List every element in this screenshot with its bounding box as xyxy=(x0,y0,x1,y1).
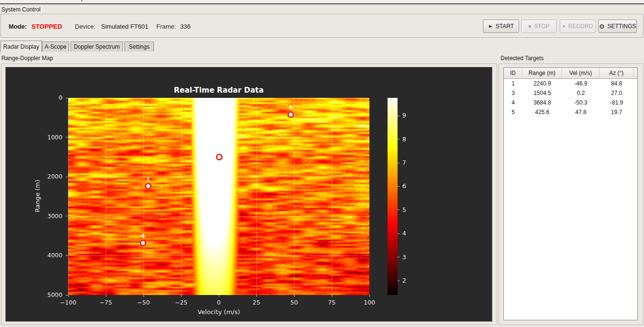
tab-radar-display[interactable]: Radar Display xyxy=(0,41,42,52)
menu-help[interactable]: Help xyxy=(67,0,90,1)
target-marker-label: 3 xyxy=(216,147,223,153)
stop-icon: ■ xyxy=(528,24,531,29)
menu-view[interactable]: View xyxy=(20,0,43,1)
table-row[interactable]: 1 2240.9 -46.9 84.8 xyxy=(504,79,637,88)
cell-range: 3684.8 xyxy=(522,98,562,107)
colorbar-tick-label: 6 xyxy=(402,182,406,190)
col-header-filler xyxy=(634,68,637,79)
targets-table: ID Range (m) Vel (m/s) Az (°) 1 2240.9 -… xyxy=(503,67,638,320)
x-tick-label: −25 xyxy=(167,299,195,306)
record-button-label: RECORD xyxy=(568,23,593,30)
target-marker xyxy=(216,154,223,160)
targets-table-header: ID Range (m) Vel (m/s) Az (°) xyxy=(504,68,637,79)
x-tick-mark xyxy=(294,295,295,297)
x-axis-label: Velocity (m/s) xyxy=(68,308,369,316)
application-window: File View Tools Help System Control Mode… xyxy=(0,0,644,327)
x-tick-mark xyxy=(143,295,144,297)
x-tick-label: 25 xyxy=(242,299,271,306)
frame-label: Frame: xyxy=(156,23,176,30)
range-doppler-map-title: Range-Doppler Map xyxy=(1,55,53,62)
cell-vel: 0.2 xyxy=(562,88,600,98)
y-tick-mark xyxy=(66,98,68,98)
target-marker xyxy=(145,183,152,190)
x-tick-mark xyxy=(369,295,370,297)
menu-file[interactable]: File xyxy=(1,0,20,1)
colorbar-tick-mark xyxy=(398,257,399,257)
system-control-title: System Control xyxy=(1,6,41,13)
y-tick-label: 4000 xyxy=(34,252,62,259)
play-icon: ► xyxy=(488,24,493,29)
cell-id: 4 xyxy=(504,98,522,107)
table-row[interactable]: 5 425.6 47.8 19.7 xyxy=(504,107,637,117)
col-header-range[interactable]: Range (m) xyxy=(522,68,562,79)
cell-range: 1504.5 xyxy=(522,88,562,98)
cell-az: 19.7 xyxy=(600,107,634,117)
colorbar-tick-label: 3 xyxy=(402,253,406,261)
cell-id: 1 xyxy=(504,79,522,88)
col-header-az[interactable]: Az (°) xyxy=(600,68,634,79)
y-tick-mark xyxy=(66,295,68,295)
x-tick-label: −75 xyxy=(92,299,120,306)
x-tick-mark xyxy=(219,295,219,297)
tab-doppler-spectrum[interactable]: Doppler Spectrum xyxy=(71,42,123,52)
stop-button-label: STOP xyxy=(534,23,549,30)
record-button[interactable]: ● RECORD xyxy=(560,20,596,33)
x-tick-label: −50 xyxy=(129,299,158,306)
colorbar xyxy=(388,98,398,295)
mode-value: STOPPED xyxy=(31,23,62,30)
colorbar-tick-label: 8 xyxy=(402,136,406,143)
table-row[interactable]: 4 3684.8 -50.3 -81.9 xyxy=(504,98,637,107)
table-row[interactable]: 3 1504.5 0.2 27.0 xyxy=(504,88,637,98)
start-button-label: START xyxy=(496,23,514,30)
y-tick-mark xyxy=(66,177,68,177)
detected-targets-group: ID Range (m) Vel (m/s) Az (°) 1 2240.9 -… xyxy=(499,63,644,325)
x-tick-mark xyxy=(332,295,332,297)
target-marker-label: 4 xyxy=(140,233,146,239)
colorbar-tick-mark xyxy=(398,186,399,187)
colorbar-tick-mark xyxy=(398,163,399,163)
cell-az: 84.8 xyxy=(600,79,634,88)
menu-bar: File View Tools Help xyxy=(0,0,644,4)
colorbar-tick-label: 5 xyxy=(402,206,406,213)
start-button[interactable]: ► START xyxy=(483,20,519,33)
colorbar-tick-mark xyxy=(398,139,399,139)
y-tick-label: 3000 xyxy=(34,212,62,220)
colorbar-tick-label: 2 xyxy=(402,277,406,284)
cell-az: -81.9 xyxy=(600,98,634,107)
x-tick-mark xyxy=(68,295,69,297)
target-marker-label: 5 xyxy=(287,105,294,111)
frame-value: 336 xyxy=(180,23,191,30)
settings-button[interactable]: ⚙ SETTINGS xyxy=(598,20,637,33)
y-tick-label: 2000 xyxy=(34,173,62,180)
y-tick-mark xyxy=(66,216,68,216)
gear-icon: ⚙ xyxy=(599,23,605,30)
detected-targets-title: Detected Targets xyxy=(501,55,544,62)
stop-button[interactable]: ■ STOP xyxy=(521,20,557,33)
cell-vel: 47.8 xyxy=(562,107,600,117)
y-axis-label: Range (m) xyxy=(34,148,41,244)
colorbar-tick-label: 4 xyxy=(402,230,406,237)
device-label: Device: xyxy=(75,23,95,30)
radar-plot-panel: Real-Time Radar Data Velocity (m/s) Rang… xyxy=(5,67,492,322)
cell-id: 3 xyxy=(504,88,522,98)
cell-id: 5 xyxy=(504,107,522,117)
x-tick-mark xyxy=(256,295,257,297)
tab-settings[interactable]: Settings xyxy=(124,42,154,52)
cell-range: 425.6 xyxy=(522,107,562,117)
menu-tools[interactable]: Tools xyxy=(43,0,67,1)
record-icon: ● xyxy=(562,24,565,29)
cell-az: 27.0 xyxy=(600,88,634,98)
x-tick-label: 75 xyxy=(317,299,346,306)
col-header-vel[interactable]: Vel (m/s) xyxy=(562,68,600,79)
mode-label: Mode: xyxy=(9,23,27,30)
y-tick-mark xyxy=(66,255,68,256)
y-tick-label: 0 xyxy=(34,94,62,101)
device-value: Simulated FT601 xyxy=(101,23,148,30)
y-tick-mark xyxy=(66,137,68,137)
colorbar-tick-mark xyxy=(398,281,399,281)
x-tick-label: −100 xyxy=(54,299,82,306)
x-tick-label: 0 xyxy=(204,299,233,306)
col-header-id[interactable]: ID xyxy=(504,68,522,79)
tab-a-scope[interactable]: A-Scope xyxy=(42,42,69,52)
colorbar-tick-mark xyxy=(398,210,399,210)
